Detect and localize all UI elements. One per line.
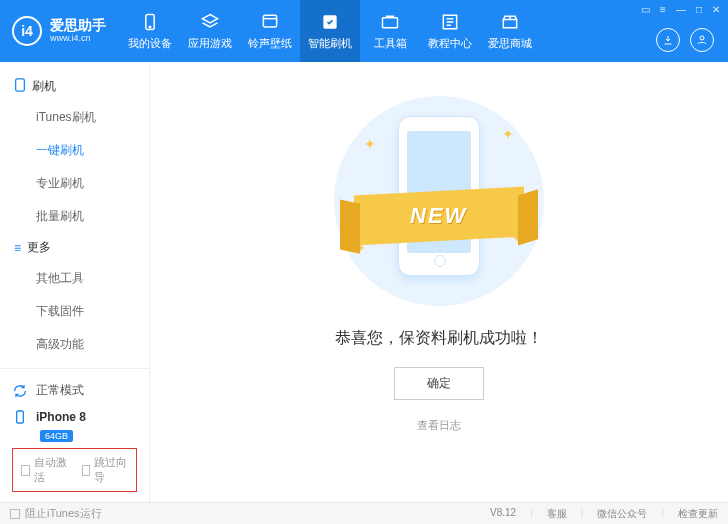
user-icon[interactable] xyxy=(690,28,714,52)
success-illustration: ✦ ✦ ✦ ✦ NEW xyxy=(334,96,544,306)
footer-link-wechat[interactable]: 微信公众号 xyxy=(597,507,647,521)
mode-indicator[interactable]: 正常模式 xyxy=(12,377,137,404)
footer-link-update[interactable]: 检查更新 xyxy=(678,507,718,521)
sidebar-item[interactable]: 其他工具 xyxy=(0,262,149,295)
svg-rect-2 xyxy=(263,15,276,27)
status-bar: 阻止iTunes运行 V8.12 | 客服 | 微信公众号 | 检查更新 xyxy=(0,502,728,524)
svg-rect-7 xyxy=(17,411,24,423)
sidebar: 刷机 iTunes刷机一键刷机专业刷机批量刷机 ≡ 更多 其他工具下载固件高级功… xyxy=(0,62,150,502)
sidebar-item[interactable]: 下载固件 xyxy=(0,295,149,328)
nav-item-3[interactable]: 智能刷机 xyxy=(300,0,360,62)
version-label: V8.12 xyxy=(490,507,516,521)
device-icon xyxy=(12,409,28,425)
logo-subtitle: www.i4.cn xyxy=(50,34,106,44)
nav-label: 智能刷机 xyxy=(308,36,352,51)
app-header: i4 爱思助手 www.i4.cn 我的设备应用游戏铃声壁纸智能刷机工具箱教程中… xyxy=(0,0,728,62)
nav-item-1[interactable]: 应用游戏 xyxy=(180,0,240,62)
sidebar-item[interactable]: iTunes刷机 xyxy=(0,101,149,134)
nav-item-6[interactable]: 爱思商城 xyxy=(480,0,540,62)
window-control-1[interactable]: ≡ xyxy=(660,4,666,15)
footer-link-support[interactable]: 客服 xyxy=(547,507,567,521)
sidebar-item[interactable]: 高级功能 xyxy=(0,328,149,361)
sidebar-group-title: 刷机 xyxy=(32,78,56,95)
success-message: 恭喜您，保资料刷机成功啦！ xyxy=(335,328,543,349)
nav-item-0[interactable]: 我的设备 xyxy=(120,0,180,62)
nav-icon xyxy=(500,12,520,32)
nav-icon xyxy=(140,12,160,32)
nav-label: 我的设备 xyxy=(128,36,172,51)
logo-icon: i4 xyxy=(12,16,42,46)
svg-rect-4 xyxy=(383,17,398,27)
view-log-link[interactable]: 查看日志 xyxy=(417,418,461,433)
nav-icon xyxy=(260,12,280,32)
nav-item-4[interactable]: 工具箱 xyxy=(360,0,420,62)
main-content: ✦ ✦ ✦ ✦ NEW 恭喜您，保资料刷机成功啦！ 确定 查看日志 xyxy=(150,62,728,502)
svg-rect-6 xyxy=(16,79,25,91)
nav-icon xyxy=(200,12,220,32)
nav-icon xyxy=(380,12,400,32)
more-icon: ≡ xyxy=(14,241,21,255)
refresh-icon xyxy=(12,383,28,399)
nav-label: 教程中心 xyxy=(428,36,472,51)
window-control-2[interactable]: — xyxy=(676,4,686,15)
sidebar-item[interactable]: 批量刷机 xyxy=(0,200,149,233)
device-name: iPhone 8 xyxy=(36,410,86,424)
svg-point-5 xyxy=(700,36,704,40)
nav-icon xyxy=(320,12,340,32)
nav-label: 工具箱 xyxy=(374,36,407,51)
highlighted-options: 自动激活 跳过向导 xyxy=(12,448,137,492)
svg-point-1 xyxy=(149,26,151,28)
sidebar-group-more: ≡ 更多 xyxy=(0,233,149,262)
sidebar-item[interactable]: 专业刷机 xyxy=(0,167,149,200)
download-icon[interactable] xyxy=(656,28,680,52)
nav-label: 铃声壁纸 xyxy=(248,36,292,51)
ok-button[interactable]: 确定 xyxy=(394,367,484,400)
nav-label: 爱思商城 xyxy=(488,36,532,51)
skip-guide-checkbox[interactable]: 跳过向导 xyxy=(82,455,129,485)
nav-icon xyxy=(440,12,460,32)
sidebar-item[interactable]: 一键刷机 xyxy=(0,134,149,167)
logo: i4 爱思助手 www.i4.cn xyxy=(0,0,120,62)
storage-badge: 64GB xyxy=(40,430,73,442)
top-nav: 我的设备应用游戏铃声壁纸智能刷机工具箱教程中心爱思商城 xyxy=(120,0,540,62)
window-control-3[interactable]: □ xyxy=(696,4,702,15)
nav-item-5[interactable]: 教程中心 xyxy=(420,0,480,62)
window-control-0[interactable]: ▭ xyxy=(641,4,650,15)
nav-item-2[interactable]: 铃声壁纸 xyxy=(240,0,300,62)
phone-icon xyxy=(14,78,26,95)
window-control-4[interactable]: ✕ xyxy=(712,4,720,15)
mode-label: 正常模式 xyxy=(36,382,84,399)
new-ribbon: NEW xyxy=(354,187,524,246)
sidebar-group-title: 更多 xyxy=(27,239,51,256)
window-controls: ▭≡—□✕ xyxy=(641,4,720,15)
nav-label: 应用游戏 xyxy=(188,36,232,51)
auto-activate-checkbox[interactable]: 自动激活 xyxy=(21,455,68,485)
sidebar-group-flash: 刷机 xyxy=(0,72,149,101)
block-itunes-checkbox[interactable]: 阻止iTunes运行 xyxy=(10,506,102,521)
device-indicator[interactable]: iPhone 8 xyxy=(12,404,137,430)
logo-title: 爱思助手 xyxy=(50,18,106,33)
